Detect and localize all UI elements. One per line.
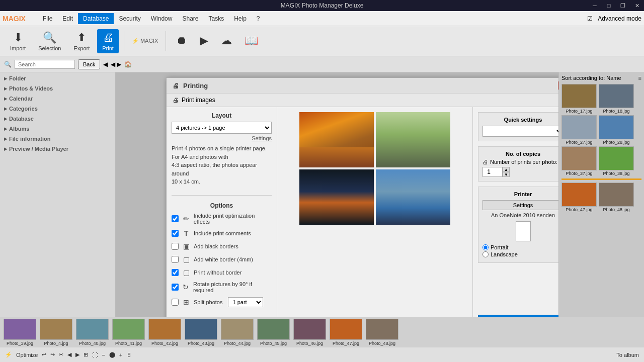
- prev-icon[interactable]: ◀: [111, 61, 115, 68]
- right-thumb-47[interactable]: Photo_47.jpg: [561, 183, 597, 212]
- optimize-label[interactable]: Optimize: [16, 352, 38, 358]
- menu-security[interactable]: Security: [114, 13, 145, 24]
- comments-checkbox[interactable]: [172, 230, 179, 237]
- sidebar-item-folder[interactable]: ▶ Folder: [0, 72, 115, 82]
- bottom-thumb-47[interactable]: Photo_47.jpg: [329, 318, 363, 347]
- bottom-thumb-46[interactable]: Photo_46.jpg: [292, 318, 327, 347]
- bottom-thumb-40[interactable]: Photo_40.jpg: [75, 318, 110, 347]
- white-border-checkbox[interactable]: [172, 256, 179, 263]
- bottom-thumb-45[interactable]: Photo_45.jpg: [256, 318, 291, 347]
- copies-input[interactable]: [482, 167, 503, 177]
- sidebar-item-categories[interactable]: ▶ Categories: [0, 103, 115, 113]
- right-thumb-37[interactable]: Photo_37.jpg: [561, 146, 597, 176]
- thumb-img-18: [599, 84, 634, 108]
- menu-edit[interactable]: Edit: [57, 13, 78, 24]
- import-button[interactable]: ⬇ Import: [5, 29, 31, 53]
- back-button[interactable]: Back: [78, 59, 100, 69]
- book-button[interactable]: 📖: [239, 32, 263, 50]
- nav-fwd-icon[interactable]: ▶: [75, 351, 79, 358]
- selection-button[interactable]: 🔍 Selection: [33, 29, 66, 53]
- cut-icon[interactable]: ✂: [59, 351, 63, 358]
- split-select[interactable]: 1 part: [228, 297, 263, 307]
- quick-settings-select[interactable]: [482, 126, 558, 137]
- undo-icon[interactable]: ↩: [42, 351, 46, 358]
- export-button[interactable]: ⬆ Export: [68, 29, 95, 53]
- minimize-button[interactable]: ─: [588, 0, 602, 11]
- color-adjust-icon[interactable]: 🎚: [126, 352, 132, 358]
- close-app-button[interactable]: ✕: [630, 0, 644, 11]
- zoom-in-icon[interactable]: +: [119, 352, 122, 358]
- zoom-out-icon[interactable]: −: [102, 352, 105, 358]
- zoom-slider[interactable]: ⬤: [109, 351, 115, 358]
- print-button[interactable]: 🖨 Print: [97, 29, 119, 53]
- right-thumb-48[interactable]: Photo_48.jpg: [599, 183, 634, 212]
- thumb-label-47: Photo_47.jpg: [566, 207, 592, 212]
- menu-help-icon[interactable]: ?: [252, 13, 265, 24]
- home-icon[interactable]: 🏠: [124, 61, 132, 68]
- thumb-img-47: [561, 183, 597, 207]
- to-album-label[interactable]: To album: [616, 352, 639, 358]
- next-icon[interactable]: ▶: [117, 61, 121, 68]
- nav-back-icon[interactable]: ◀: [67, 351, 71, 358]
- bottom-thumb-img-46: [293, 319, 326, 340]
- sidebar-item-albums[interactable]: ▶ Albums: [0, 123, 115, 133]
- copies-increment[interactable]: ▲: [503, 167, 510, 172]
- menu-file[interactable]: File: [38, 13, 57, 24]
- right-thumb-38[interactable]: Photo_38.jpg: [599, 146, 634, 176]
- sidebar-item-calendar[interactable]: ▶ Calendar: [0, 93, 115, 103]
- sort-icon[interactable]: ≡: [638, 75, 641, 81]
- split-checkbox[interactable]: [172, 299, 179, 306]
- copies-spinner: ▲ ▼: [503, 167, 510, 177]
- dialog-body: Layout 4 pictures -> 1 page Settings Pri…: [167, 107, 558, 317]
- right-thumb-27[interactable]: Photo_27.jpg: [561, 115, 597, 145]
- bottom-thumb-44[interactable]: Photo_44.jpg: [220, 318, 255, 347]
- maximize-button[interactable]: □: [602, 0, 616, 11]
- bottom-thumb-41[interactable]: Photo_41.jpg: [111, 318, 146, 347]
- black-borders-checkbox[interactable]: [172, 243, 179, 250]
- optimization-checkbox[interactable]: [172, 215, 179, 222]
- portrait-radio[interactable]: [482, 244, 489, 250]
- menu-tasks[interactable]: Tasks: [203, 13, 229, 24]
- thumb-img-28: [599, 115, 634, 139]
- optimization-label: Include print optimization effects: [194, 213, 272, 225]
- sidebar-item-database[interactable]: ▶ Database: [0, 113, 115, 123]
- fullscreen-icon[interactable]: ⛶: [92, 352, 98, 358]
- record-button[interactable]: ⏺: [171, 32, 192, 50]
- menu-window[interactable]: Window: [146, 13, 178, 24]
- bottom-thumb-43[interactable]: Photo_43.jpg: [184, 318, 218, 347]
- dialog-close-button[interactable]: ✕: [558, 81, 558, 90]
- print-action-button[interactable]: Print: [478, 315, 558, 317]
- logo-text: MAGIX: [3, 15, 26, 23]
- bottom-thumb-48[interactable]: Photo_48.jpg: [365, 318, 399, 347]
- copies-decrement[interactable]: ▼: [503, 172, 510, 177]
- sidebar-item-photos-videos[interactable]: ▶ Photos & Videos: [0, 82, 115, 93]
- layout-select[interactable]: 4 pictures -> 1 page: [172, 122, 272, 134]
- printer-settings-button[interactable]: Settings: [482, 200, 558, 210]
- secondary-toolbar: 🔍 Back ◀ ◀ ▶ 🏠: [0, 56, 644, 72]
- no-border-checkbox[interactable]: [172, 269, 179, 276]
- search-input[interactable]: [15, 60, 75, 69]
- right-thumb-18[interactable]: Photo_18.jpg: [599, 84, 634, 114]
- albums-label: Albums: [9, 126, 29, 132]
- redo-icon[interactable]: ↪: [50, 351, 55, 358]
- sidebar-item-preview[interactable]: ▶ Preview / Media Player: [0, 143, 115, 153]
- bottom-thumb-39[interactable]: Photo_39.jpg: [3, 318, 37, 347]
- cloud-button[interactable]: ☁: [216, 32, 237, 50]
- bottom-thumb-4[interactable]: Photo_4.jpg: [39, 318, 73, 347]
- play-button[interactable]: ▶: [195, 32, 213, 50]
- menu-database[interactable]: Database: [78, 13, 114, 24]
- landscape-radio[interactable]: [482, 251, 489, 257]
- right-thumb-17[interactable]: Photo_17.jpg: [561, 84, 597, 114]
- settings-link[interactable]: Settings: [252, 135, 272, 141]
- bottom-thumb-img-45: [257, 319, 290, 340]
- menu-share[interactable]: Share: [177, 13, 203, 24]
- menu-help[interactable]: Help: [229, 13, 252, 24]
- bottom-thumb-42[interactable]: Photo_42.jpg: [147, 318, 182, 347]
- grid-icon[interactable]: ⊞: [84, 351, 88, 358]
- restore-button[interactable]: ❐: [616, 0, 630, 11]
- rotate-checkbox[interactable]: [172, 284, 179, 291]
- right-thumb-28[interactable]: Photo_28.jpg: [599, 115, 634, 145]
- bottom-thumb-img-44: [221, 319, 254, 340]
- sidebar-item-file-info[interactable]: ▶ File information: [0, 133, 115, 143]
- advanced-mode-checkbox[interactable]: ☑: [587, 15, 593, 22]
